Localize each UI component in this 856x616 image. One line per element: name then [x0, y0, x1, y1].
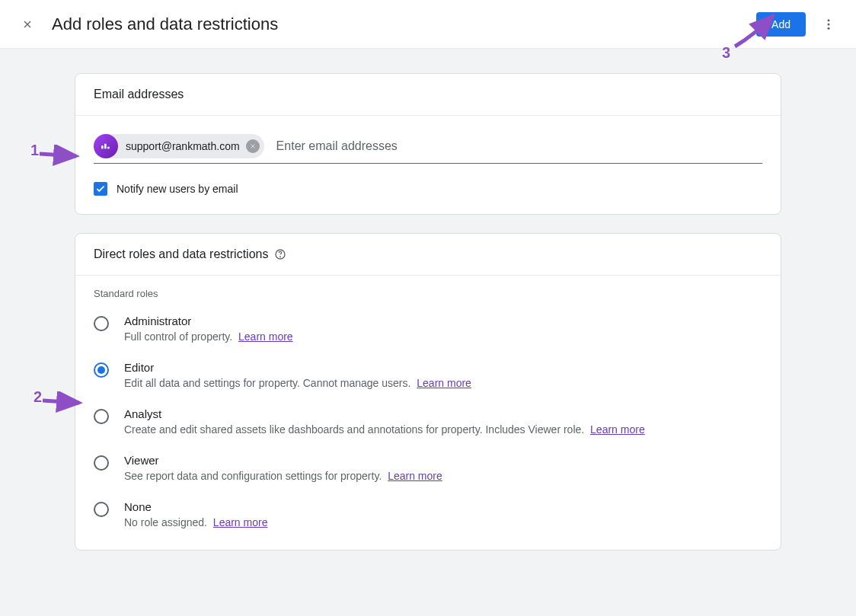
radio-none[interactable]: [94, 502, 109, 517]
notify-checkbox-row: Notify new users by email: [94, 182, 762, 196]
learn-more-link[interactable]: Learn more: [213, 516, 268, 528]
more-options-button[interactable]: [813, 9, 844, 40]
notify-label: Notify new users by email: [117, 183, 238, 195]
email-card-header: Email addresses: [75, 74, 781, 116]
learn-more-link[interactable]: Learn more: [590, 423, 645, 436]
role-content: Analyst Create and edit shared assets li…: [124, 407, 762, 436]
svg-point-2: [828, 27, 830, 29]
radio-administrator[interactable]: [94, 316, 109, 331]
brand-icon: [100, 140, 112, 152]
help-icon[interactable]: [274, 248, 286, 260]
learn-more-link[interactable]: Learn more: [417, 377, 471, 389]
chip-avatar: [94, 134, 118, 158]
chip-remove-button[interactable]: [246, 139, 260, 153]
role-name: Viewer: [124, 454, 762, 467]
chip-email-text: support@rankmath.com: [118, 140, 246, 152]
role-editor[interactable]: Editor Edit all data and settings for pr…: [94, 352, 762, 398]
close-button[interactable]: [12, 9, 43, 40]
svg-point-1: [828, 23, 830, 25]
role-name: None: [124, 500, 762, 513]
radio-analyst[interactable]: [94, 409, 109, 424]
role-content: Administrator Full control of property. …: [124, 314, 762, 343]
role-desc: Edit all data and settings for property.…: [124, 377, 762, 389]
role-content: Viewer See report data and configuration…: [124, 454, 762, 482]
standard-roles-label: Standard roles: [75, 276, 781, 305]
role-desc: No role assigned. Learn more: [124, 516, 762, 528]
remove-icon: [249, 142, 257, 150]
learn-more-link[interactable]: Learn more: [388, 470, 442, 482]
radio-viewer[interactable]: [94, 455, 109, 471]
more-vert-icon: [822, 18, 835, 31]
check-icon: [95, 184, 106, 194]
role-desc: Full control of property. Learn more: [124, 330, 762, 343]
role-viewer[interactable]: Viewer See report data and configuration…: [94, 445, 762, 491]
email-card-body: support@rankmath.com Notify new users by…: [75, 116, 781, 214]
role-none[interactable]: None No role assigned. Learn more: [94, 491, 762, 538]
svg-point-4: [280, 257, 281, 257]
role-desc: See report data and configuration settin…: [124, 470, 762, 482]
email-card: Email addresses support@rankmath.com: [75, 73, 781, 215]
add-button[interactable]: Add: [756, 12, 806, 37]
annotation-1: 1: [30, 142, 39, 159]
svg-point-0: [828, 19, 830, 21]
role-name: Administrator: [124, 314, 762, 327]
header-actions: Add: [756, 9, 844, 40]
role-desc: Create and edit shared assets like dashb…: [124, 423, 762, 436]
role-name: Editor: [124, 361, 762, 374]
notify-checkbox[interactable]: [94, 182, 107, 196]
email-chip-row: support@rankmath.com: [94, 134, 762, 164]
role-name: Analyst: [124, 407, 762, 420]
main-content: Email addresses support@rankmath.com: [62, 73, 794, 551]
role-administrator[interactable]: Administrator Full control of property. …: [94, 305, 762, 352]
role-content: None No role assigned. Learn more: [124, 500, 762, 528]
role-analyst[interactable]: Analyst Create and edit shared assets li…: [94, 398, 762, 445]
role-content: Editor Edit all data and settings for pr…: [124, 361, 762, 389]
radio-editor[interactable]: [94, 362, 109, 378]
page-header: Add roles and data restrictions Add: [0, 0, 856, 49]
roles-card-title: Direct roles and data restrictions: [94, 247, 268, 261]
learn-more-link[interactable]: Learn more: [238, 330, 293, 343]
email-chip[interactable]: support@rankmath.com: [94, 134, 264, 158]
annotation-2: 2: [34, 388, 42, 406]
role-list: Administrator Full control of property. …: [75, 305, 781, 550]
roles-card-header: Direct roles and data restrictions: [75, 234, 781, 276]
email-input[interactable]: [270, 135, 762, 158]
roles-card: Direct roles and data restrictions Stand…: [75, 233, 781, 551]
page-title: Add roles and data restrictions: [52, 14, 278, 34]
close-icon: [21, 18, 34, 30]
